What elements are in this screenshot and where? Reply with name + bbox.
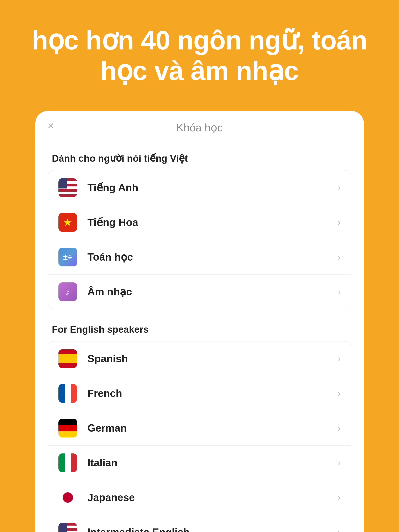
card-header: × Khóa học [35, 111, 364, 140]
section1-label: Dành cho người nói tiếng Việt [35, 145, 364, 168]
header-section: học hơn 40 ngôn ngữ, toán học và âm nhạc [0, 0, 399, 103]
math-icon: ±÷ [58, 248, 77, 266]
section2-list: Spanish › French › German [48, 341, 351, 532]
chevron-right-icon: › [338, 458, 341, 468]
course-name: Âm nhạc [88, 286, 338, 298]
list-item[interactable]: German › [48, 411, 351, 446]
chevron-right-icon: › [338, 183, 341, 193]
list-item[interactable]: Italian › [48, 446, 351, 480]
section1-list: Tiếng Anh › Tiếng Hoa › ±÷ Toán học › ♪ … [48, 170, 351, 309]
french-flag-icon [58, 384, 77, 403]
intermediate-flag-icon [58, 523, 77, 532]
chevron-right-icon: › [338, 492, 341, 503]
course-name: Italian [88, 457, 338, 469]
course-name: German [88, 422, 338, 434]
list-item[interactable]: ♪ Âm nhạc › [48, 274, 351, 309]
section2-label: For English speakers [35, 316, 364, 339]
course-name: Intermediate English [88, 526, 338, 532]
german-flag-icon [58, 419, 77, 437]
us-flag-icon [58, 178, 77, 197]
list-item[interactable]: Spanish › [48, 342, 351, 376]
chevron-right-icon: › [338, 287, 341, 297]
list-item[interactable]: Tiếng Anh › [48, 171, 351, 205]
list-item[interactable]: French › [48, 376, 351, 411]
chevron-right-icon: › [338, 527, 341, 532]
chevron-right-icon: › [338, 252, 341, 262]
course-name: Tiếng Anh [88, 182, 338, 194]
list-item[interactable]: Tiếng Hoa › [48, 205, 351, 240]
cn-flag-icon [58, 213, 77, 232]
italian-flag-icon [58, 453, 77, 472]
course-name: Toán học [88, 251, 338, 263]
course-name: Spanish [88, 353, 338, 365]
chevron-right-icon: › [338, 217, 341, 228]
list-item[interactable]: Intermediate English › [48, 515, 351, 532]
list-item[interactable]: Japanese › [48, 480, 351, 515]
course-name: French [88, 387, 338, 399]
card-title: Khóa học [176, 121, 223, 134]
courses-card: × Khóa học Dành cho người nói tiếng Việt… [35, 111, 364, 532]
header-title: học hơn 40 ngôn ngữ, toán học và âm nhạc [0, 0, 399, 103]
music-icon: ♪ [58, 282, 77, 301]
course-name: Japanese [88, 492, 338, 504]
list-item[interactable]: ±÷ Toán học › [48, 240, 351, 274]
close-button[interactable]: × [48, 120, 54, 131]
chevron-right-icon: › [338, 388, 341, 399]
chevron-right-icon: › [338, 354, 341, 364]
chevron-right-icon: › [338, 423, 341, 433]
japanese-flag-icon [58, 488, 77, 507]
spanish-flag-icon [58, 349, 77, 368]
course-name: Tiếng Hoa [88, 216, 338, 228]
